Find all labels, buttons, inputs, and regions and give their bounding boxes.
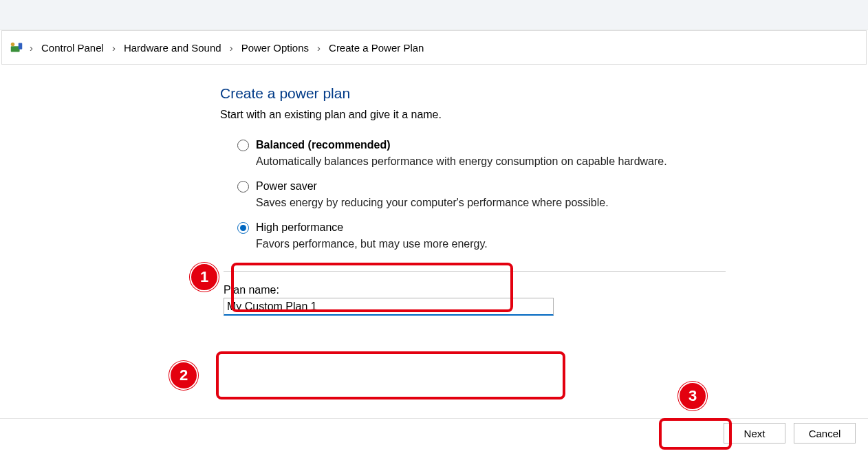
chevron-right-icon: ›	[230, 42, 233, 54]
breadcrumb-control-panel[interactable]: Control Panel	[39, 41, 107, 55]
footer-buttons: Next Cancel	[724, 423, 856, 443]
control-panel-icon	[9, 40, 24, 55]
main-content: Create a power plan Start with an existi…	[0, 65, 868, 316]
chevron-right-icon: ›	[112, 42, 116, 54]
annotation-box-3	[659, 418, 732, 450]
chevron-right-icon: ›	[317, 42, 321, 54]
svg-point-2	[11, 43, 15, 46]
annotation-badge-1: 1	[190, 263, 219, 292]
footer-divider	[0, 418, 868, 419]
option-label: High performance	[256, 221, 343, 234]
cancel-button[interactable]: Cancel	[794, 423, 856, 443]
option-label: Power saver	[256, 180, 317, 193]
radio-icon[interactable]	[237, 140, 249, 151]
breadcrumb-hardware-sound[interactable]: Hardware and Sound	[121, 41, 224, 55]
option-label: Balanced (recommended)	[256, 139, 391, 151]
address-bar[interactable]: › Control Panel › Hardware and Sound › P…	[1, 30, 867, 65]
radio-icon-selected[interactable]	[237, 222, 249, 234]
page-subtitle: Start with an existing plan and give it …	[220, 109, 868, 121]
next-button[interactable]: Next	[724, 423, 785, 443]
svg-rect-1	[19, 43, 23, 50]
chevron-right-icon: ›	[30, 42, 33, 54]
titlebar-placeholder	[0, 0, 868, 30]
option-high-performance[interactable]: High performance Favors performance, but…	[237, 221, 868, 250]
radio-icon[interactable]	[237, 181, 249, 193]
option-power-saver[interactable]: Power saver Saves energy by reducing you…	[237, 180, 868, 209]
svg-rect-0	[11, 46, 20, 52]
annotation-badge-3: 3	[678, 382, 707, 410]
plan-name-input[interactable]	[224, 298, 554, 316]
breadcrumb-create-power-plan[interactable]: Create a Power Plan	[326, 41, 426, 55]
breadcrumb-power-options[interactable]: Power Options	[239, 41, 312, 55]
page-title: Create a power plan	[220, 85, 868, 102]
annotation-badge-2: 2	[169, 361, 198, 390]
plan-name-area: Plan name:	[224, 284, 561, 316]
option-description: Saves energy by reducing your computer's…	[256, 197, 868, 209]
plan-options: Balanced (recommended) Automatically bal…	[237, 139, 868, 250]
section-divider	[224, 271, 726, 272]
option-description: Automatically balances performance with …	[256, 155, 868, 168]
plan-name-label: Plan name:	[224, 284, 561, 296]
option-description: Favors performance, but may use more ene…	[256, 238, 868, 250]
option-balanced[interactable]: Balanced (recommended) Automatically bal…	[237, 139, 868, 168]
annotation-box-2	[216, 351, 565, 399]
